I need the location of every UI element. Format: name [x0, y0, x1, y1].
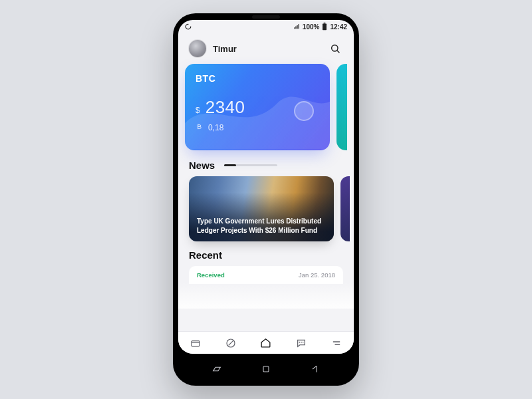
clock: 12:42	[330, 23, 347, 31]
nav-wallet[interactable]	[185, 332, 206, 354]
card-icon	[190, 338, 201, 348]
fiat-amount: 2340	[205, 97, 245, 118]
bottom-fade	[178, 282, 354, 309]
recent-item[interactable]: Received Jan 25. 2018	[189, 266, 343, 284]
hw-back-icon[interactable]	[310, 364, 321, 376]
crypto-amount: 0,18	[208, 123, 223, 132]
screen: 100% 12:42 Timur	[178, 20, 354, 354]
search-button[interactable]	[327, 41, 343, 57]
svg-rect-0	[323, 24, 327, 31]
wallet-crypto-row: 0,18	[196, 123, 319, 132]
loading-spinner-icon	[185, 23, 192, 30]
wallet-card-btc[interactable]: BTC $ 2340 0,18	[185, 64, 330, 150]
svg-rect-13	[263, 366, 269, 372]
fiat-symbol: $	[196, 106, 200, 115]
news-scroll-indicator	[224, 164, 277, 166]
svg-line-3	[337, 51, 339, 53]
nav-chat[interactable]	[291, 332, 312, 354]
news-carousel[interactable]: Type UK Government Lures Distributed Led…	[178, 176, 354, 241]
compass-icon	[225, 338, 236, 348]
username: Timur	[213, 44, 237, 54]
svg-line-7	[229, 340, 233, 345]
svg-rect-1	[324, 23, 326, 24]
home-icon	[260, 337, 271, 348]
avatar[interactable]	[189, 40, 206, 57]
news-card-next-peek[interactable]	[340, 176, 350, 241]
recent-heading: Recent	[189, 249, 343, 261]
hw-home-icon[interactable]	[261, 364, 271, 376]
hardware-buttons	[173, 364, 359, 376]
bottom-nav	[178, 331, 354, 354]
news-card[interactable]: Type UK Government Lures Distributed Led…	[189, 176, 334, 241]
section-head-recent: Recent	[178, 241, 354, 263]
battery-icon	[322, 23, 327, 31]
phone-frame: 100% 12:42 Timur	[173, 13, 359, 386]
nav-explore[interactable]	[220, 332, 241, 354]
recent-item-date: Jan 25. 2018	[299, 271, 335, 279]
news-title: Type UK Government Lures Distributed Led…	[197, 217, 326, 235]
nav-home[interactable]	[255, 332, 277, 354]
recent-item-label: Received	[197, 271, 225, 279]
wallet-carousel[interactable]: BTC $ 2340 0,18	[178, 64, 354, 150]
signal-icon	[293, 23, 300, 30]
chat-icon	[296, 338, 307, 348]
status-bar: 100% 12:42	[178, 20, 354, 33]
wallet-card-next-peek[interactable]	[336, 64, 347, 150]
bitcoin-icon	[196, 123, 203, 132]
battery-percent: 100%	[303, 23, 320, 31]
svg-rect-4	[192, 340, 200, 346]
search-icon	[330, 43, 340, 54]
app-header: Timur	[178, 36, 354, 64]
scroll-content[interactable]: Timur BTC $ 2340	[178, 33, 354, 331]
section-head-news: News	[178, 150, 354, 176]
nav-menu[interactable]	[326, 332, 347, 354]
menu-icon	[331, 338, 342, 348]
wallet-fiat-row: $ 2340	[196, 97, 319, 118]
news-heading: News	[189, 160, 215, 171]
hw-recent-icon[interactable]	[211, 364, 222, 376]
